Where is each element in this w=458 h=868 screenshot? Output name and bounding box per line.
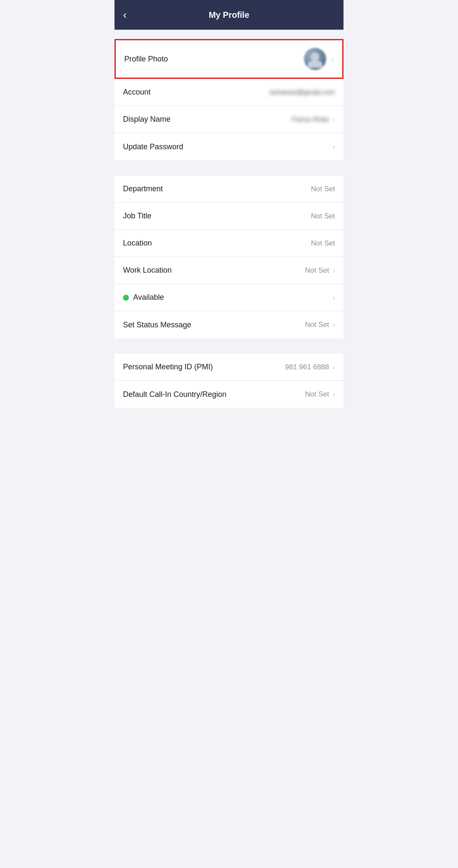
display-name-text: Farrus Khan: [292, 116, 329, 123]
location-label: Location: [123, 239, 152, 248]
page-title: My Profile: [209, 10, 249, 20]
work-location-text: Not Set: [305, 266, 329, 275]
location-value: Not Set: [311, 239, 335, 248]
display-name-chevron: ›: [332, 116, 335, 123]
work-section: Department Not Set Job Title Not Set Loc…: [114, 176, 344, 338]
section-divider-top: [114, 30, 344, 39]
work-location-chevron: ›: [332, 267, 335, 274]
display-name-label: Display Name: [123, 115, 170, 124]
location-text: Not Set: [311, 239, 335, 248]
display-name-row[interactable]: Display Name Farrus Khan ›: [114, 106, 344, 133]
job-title-value: Not Set: [311, 212, 335, 220]
update-password-chevron: ›: [332, 143, 335, 151]
job-title-text: Not Set: [311, 212, 335, 220]
update-password-label: Update Password: [123, 142, 183, 151]
availability-value: ›: [332, 294, 335, 301]
pmi-value: 981 961 6888 ›: [285, 363, 335, 371]
display-name-value: Farrus Khan ›: [292, 116, 335, 123]
update-password-value: ›: [332, 143, 335, 151]
department-text: Not Set: [311, 185, 335, 193]
avatar: [304, 48, 326, 70]
header: ‹ My Profile: [114, 0, 344, 30]
work-location-row[interactable]: Work Location Not Set ›: [114, 257, 344, 284]
profile-photo-row[interactable]: Profile Photo ›: [114, 39, 344, 79]
pmi-row[interactable]: Personal Meeting ID (PMI) 981 961 6888 ›: [114, 354, 344, 381]
account-section: Account someone@gmail.com Display Name F…: [114, 79, 344, 160]
update-password-row[interactable]: Update Password ›: [114, 133, 344, 160]
account-row: Account someone@gmail.com: [114, 79, 344, 106]
location-row: Location Not Set: [114, 230, 344, 257]
account-email: someone@gmail.com: [269, 89, 335, 96]
job-title-label: Job Title: [123, 212, 151, 220]
pmi-chevron: ›: [332, 363, 335, 371]
default-callin-value: Not Set ›: [305, 390, 335, 399]
set-status-text: Not Set: [305, 321, 329, 329]
meeting-section: Personal Meeting ID (PMI) 981 961 6888 ›…: [114, 354, 344, 408]
default-callin-row[interactable]: Default Call-In Country/Region Not Set ›: [114, 381, 344, 408]
avatar-image: [304, 48, 326, 70]
department-value: Not Set: [311, 185, 335, 193]
set-status-label: Set Status Message: [123, 321, 191, 329]
availability-label: Available: [133, 293, 164, 302]
section-divider-bottom: [114, 338, 344, 354]
section-divider-middle: [114, 160, 344, 176]
availability-row[interactable]: Available ›: [114, 284, 344, 311]
account-label: Account: [123, 88, 151, 97]
work-location-value: Not Set ›: [305, 266, 335, 275]
availability-left: Available: [123, 293, 164, 302]
status-dot-icon: [123, 295, 129, 301]
profile-photo-chevron: ›: [331, 55, 334, 63]
set-status-chevron: ›: [332, 321, 335, 329]
department-row: Department Not Set: [114, 176, 344, 203]
back-button[interactable]: ‹: [123, 8, 130, 22]
pmi-label: Personal Meeting ID (PMI): [123, 363, 213, 371]
profile-photo-label: Profile Photo: [124, 55, 168, 64]
account-value: someone@gmail.com: [269, 89, 335, 96]
set-status-row[interactable]: Set Status Message Not Set ›: [114, 311, 344, 338]
work-location-label: Work Location: [123, 266, 172, 275]
default-callin-text: Not Set: [305, 390, 329, 399]
availability-chevron: ›: [332, 294, 335, 301]
profile-photo-right: ›: [304, 48, 334, 70]
default-callin-label: Default Call-In Country/Region: [123, 390, 226, 399]
job-title-row: Job Title Not Set: [114, 203, 344, 230]
set-status-value: Not Set ›: [305, 321, 335, 329]
default-callin-chevron: ›: [332, 391, 335, 398]
pmi-text: 981 961 6888: [285, 363, 329, 371]
department-label: Department: [123, 184, 163, 193]
